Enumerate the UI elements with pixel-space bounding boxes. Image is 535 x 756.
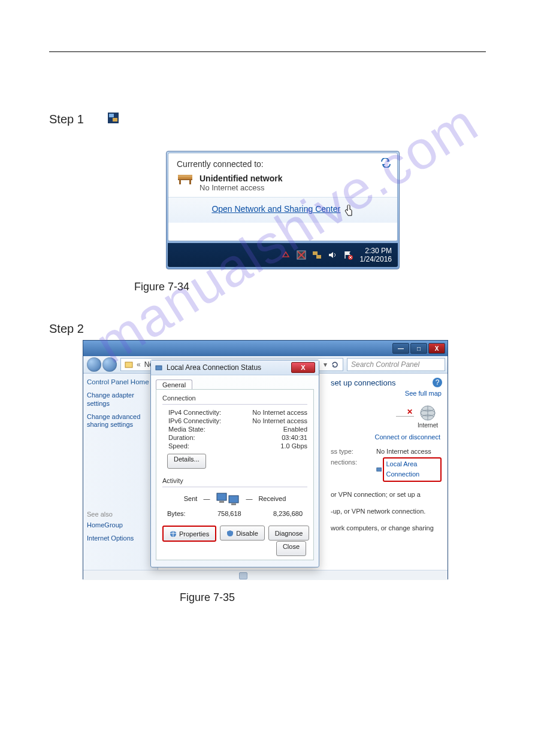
access-type-value: No Internet access	[376, 447, 431, 457]
network-title: Unidentified network	[200, 174, 282, 183]
sidebar-see-also: See also	[87, 511, 154, 518]
dialog-panel: Connection IPv4 Connectivity:No Internet…	[156, 389, 314, 560]
figure-1: Currently connected to: Unidentified net…	[166, 151, 401, 269]
scrollbar-thumb[interactable]	[239, 572, 247, 579]
ethernet-icon	[376, 466, 382, 473]
media-state-key: Media State:	[168, 426, 205, 433]
svg-rect-2	[113, 118, 117, 122]
connections-key: nections:	[331, 457, 373, 482]
sidebar: Control Panel Home Change adapter settin…	[83, 374, 158, 570]
ipv6-key: IPv6 Connectivity:	[168, 417, 221, 424]
connection-section-label: Connection	[162, 394, 307, 402]
svg-rect-25	[219, 501, 224, 503]
tab-general[interactable]: General	[156, 379, 192, 390]
media-state-value: Enabled	[283, 426, 307, 433]
blocked-icon[interactable]	[297, 250, 306, 260]
bytes-sent-value: 758,618	[217, 510, 241, 517]
svg-rect-3	[178, 177, 192, 179]
sidebar-item-internet-options[interactable]: Internet Options	[87, 535, 154, 543]
figure-1-caption: Figure 7-34	[134, 281, 189, 293]
properties-button-label: Properties	[179, 530, 209, 538]
top-rule	[49, 51, 486, 52]
svg-rect-6	[189, 180, 191, 184]
received-label: Received	[258, 495, 286, 502]
step1-label: Step 1	[49, 113, 84, 126]
window-maximize-button[interactable]: □	[410, 343, 427, 354]
close-button[interactable]: Close	[276, 541, 306, 556]
bench-icon	[177, 174, 194, 186]
refresh-icon[interactable]	[380, 158, 391, 168]
main-text-fragment: -up, or VPN network connection.	[331, 507, 442, 515]
dialog-title: Local Area Connection Status	[167, 363, 261, 372]
details-button[interactable]: Details...	[167, 454, 206, 469]
properties-button[interactable]: Properties	[162, 526, 216, 542]
two-computers-icon	[216, 491, 240, 506]
diagnose-button[interactable]: Diagnose	[268, 526, 309, 541]
svg-rect-22	[156, 366, 162, 370]
svg-rect-1	[109, 114, 114, 117]
disable-button[interactable]: Disable	[220, 526, 265, 541]
refresh-icon[interactable]	[331, 360, 339, 369]
shield-icon	[170, 530, 177, 538]
search-input[interactable]: Search Control Panel	[347, 358, 445, 371]
network-icon[interactable]	[312, 250, 322, 260]
nav-forward-button[interactable]	[102, 357, 117, 372]
svg-rect-16	[125, 362, 132, 368]
connection-status-dialog: Local Area Connection Status X General C…	[150, 360, 319, 567]
local-area-connection-link[interactable]: Local Area Connection	[383, 457, 442, 482]
figure-2-window: — □ X « Network and Internet ▸ Network a…	[83, 340, 448, 579]
step2-label: Step 2	[49, 322, 84, 336]
bytes-received-value: 8,236,680	[273, 510, 303, 517]
up-arrow-icon[interactable]	[281, 250, 291, 260]
folder-icon	[125, 360, 133, 369]
svg-rect-7	[178, 175, 192, 177]
nav-back-button[interactable]	[87, 357, 101, 372]
dialog-titlebar: Local Area Connection Status X	[151, 360, 319, 375]
main-heading: set up connections	[331, 378, 442, 387]
network-subtitle: No Internet access	[200, 183, 282, 192]
window-close-button[interactable]: X	[428, 343, 445, 354]
disable-button-label: Disable	[236, 530, 258, 537]
window-titlebar: — □ X	[83, 341, 448, 356]
clock-time: 2:30 PM	[360, 247, 392, 255]
internet-label: Internet	[418, 422, 438, 429]
horizontal-scrollbar[interactable]	[83, 570, 448, 580]
sidebar-item-adapter[interactable]: Change adapter settings	[87, 391, 154, 408]
window-minimize-button[interactable]: —	[392, 343, 409, 354]
ipv4-key: IPv4 Connectivity:	[168, 409, 221, 416]
system-clock[interactable]: 2:30 PM 1/24/2016	[360, 247, 392, 263]
main-text-fragment: or VPN connection; or set up a	[331, 490, 442, 499]
main-text-fragment: work computers, or change sharing	[331, 524, 442, 532]
cursor-hand-icon	[343, 205, 354, 217]
currently-connected-label: Currently connected to:	[177, 159, 264, 169]
sidebar-item-homegroup[interactable]: HomeGroup	[87, 521, 154, 530]
volume-icon[interactable]	[328, 250, 337, 260]
network-popup: Currently connected to: Unidentified net…	[166, 151, 400, 269]
speed-key: Speed:	[168, 442, 189, 450]
network-tray-icon	[108, 113, 119, 123]
duration-key: Duration:	[168, 434, 195, 441]
sidebar-title: Control Panel Home	[87, 378, 154, 385]
ipv4-value: No Internet access	[252, 409, 307, 416]
ipv6-value: No Internet access	[252, 417, 307, 424]
activity-section-label: Activity	[162, 477, 307, 484]
shield-icon	[226, 530, 234, 537]
help-icon[interactable]: ?	[432, 377, 443, 388]
internet-globe-icon	[419, 404, 437, 422]
dialog-close-button[interactable]: X	[291, 362, 315, 373]
search-placeholder: Search Control Panel	[351, 360, 419, 369]
svg-rect-21	[377, 468, 382, 472]
access-type-key: ss type:	[331, 447, 373, 457]
taskbar: 2:30 PM 1/24/2016	[168, 243, 398, 267]
figure-2-caption: Figure 7-35	[180, 591, 235, 604]
open-network-center-link[interactable]: Open Network and Sharing Center	[211, 204, 340, 214]
flag-action-icon[interactable]	[343, 250, 353, 260]
svg-rect-23	[217, 493, 226, 500]
duration-value: 03:40:31	[282, 434, 307, 441]
bytes-label: Bytes:	[167, 510, 186, 517]
svg-rect-12	[316, 255, 321, 259]
ethernet-icon	[155, 363, 163, 372]
speed-value: 1.0 Gbps	[280, 442, 307, 450]
svg-rect-11	[313, 251, 318, 255]
sidebar-item-advanced-sharing[interactable]: Change advanced sharing settings	[87, 413, 154, 430]
